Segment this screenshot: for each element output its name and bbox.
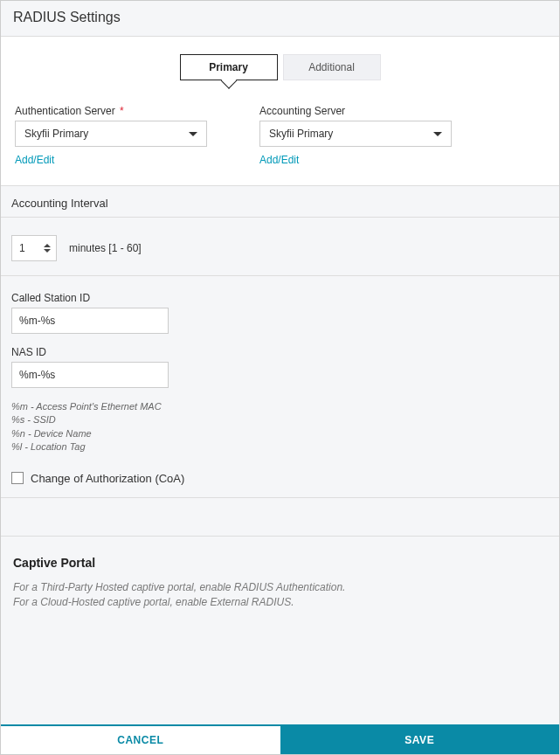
nas-id-block: NAS ID	[11, 346, 549, 388]
chevron-down-icon	[189, 132, 197, 136]
auth-server-label-text: Authentication Server	[15, 105, 115, 117]
auth-server-value: Skyfii Primary	[24, 128, 88, 140]
ids-body: Called Station ID NAS ID %m - Access Poi…	[1, 276, 559, 498]
coa-checkbox[interactable]	[11, 472, 24, 484]
legend-line-n: %n - Device Name	[11, 427, 549, 440]
title-bar: RADIUS Settings	[1, 1, 559, 37]
coa-label: Change of Authorization (CoA)	[31, 472, 184, 485]
tab-additional-label: Additional	[308, 61, 355, 73]
auth-server-group: Authentication Server * Skyfii Primary A…	[15, 105, 207, 166]
interval-header-row: Accounting Interval	[1, 186, 559, 218]
radius-settings-dialog: RADIUS Settings Primary Additional Authe…	[0, 0, 560, 755]
chevron-down-icon	[433, 132, 442, 136]
acct-server-group: Accounting Server Skyfii Primary Add/Edi…	[259, 105, 452, 166]
tab-additional[interactable]: Additional	[283, 54, 381, 80]
interval-hint: minutes [1 - 60]	[69, 242, 142, 254]
nas-id-label: NAS ID	[11, 346, 549, 358]
captive-portal-p2: For a Cloud-Hosted captive portal, enabl…	[13, 595, 547, 610]
called-station-input[interactable]	[11, 308, 169, 334]
arrow-down-icon[interactable]	[44, 249, 51, 253]
interval-header: Accounting Interval	[11, 197, 108, 210]
cancel-button[interactable]: CANCEL	[1, 726, 280, 754]
auth-server-label: Authentication Server *	[15, 105, 207, 117]
captive-portal-p1: For a Third-Party Hosted captive portal,…	[13, 580, 547, 595]
captive-portal-section: Captive Portal For a Third-Party Hosted …	[1, 537, 559, 724]
interval-body: 1 minutes [1 - 60]	[1, 218, 559, 276]
page-title: RADIUS Settings	[13, 10, 547, 25]
interval-row: 1 minutes [1 - 60]	[11, 235, 549, 261]
acct-server-value: Skyfii Primary	[269, 128, 333, 140]
coa-row: Change of Authorization (CoA)	[11, 472, 549, 485]
server-section: Primary Additional Authentication Server…	[1, 37, 559, 186]
spacer-row	[1, 498, 559, 537]
required-indicator: *	[120, 105, 124, 117]
interval-value: 1	[19, 242, 25, 254]
stepper-arrows	[44, 244, 51, 253]
legend-line-s: %s - SSID	[11, 413, 549, 426]
captive-portal-header: Captive Portal	[13, 556, 547, 570]
arrow-up-icon[interactable]	[44, 244, 51, 247]
auth-add-edit-link[interactable]: Add/Edit	[15, 154, 207, 166]
acct-server-label: Accounting Server	[259, 105, 452, 117]
tab-bar: Primary Additional	[11, 54, 549, 80]
legend-line-m: %m - Access Point's Ethernet MAC	[11, 400, 549, 413]
interval-stepper[interactable]: 1	[11, 235, 57, 261]
tab-primary-label: Primary	[209, 61, 248, 73]
acct-server-select[interactable]: Skyfii Primary	[259, 121, 452, 147]
auth-server-select[interactable]: Skyfii Primary	[15, 121, 207, 147]
nas-id-input[interactable]	[11, 362, 169, 388]
acct-add-edit-link[interactable]: Add/Edit	[259, 154, 452, 166]
server-row: Authentication Server * Skyfii Primary A…	[11, 105, 549, 166]
called-station-label: Called Station ID	[11, 292, 549, 304]
format-legend: %m - Access Point's Ethernet MAC %s - SS…	[11, 400, 549, 454]
legend-line-l: %l - Location Tag	[11, 440, 549, 454]
tab-primary[interactable]: Primary	[180, 54, 278, 80]
save-button[interactable]: SAVE	[280, 726, 560, 754]
footer: CANCEL SAVE	[1, 724, 559, 754]
called-station-block: Called Station ID	[11, 292, 549, 334]
